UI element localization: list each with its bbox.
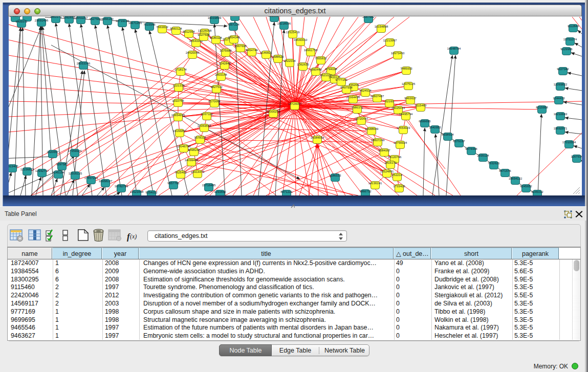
svg-text:10688609: 10688609 bbox=[365, 127, 379, 130]
svg-text:8912954: 8912954 bbox=[183, 30, 195, 33]
svg-text:14495794: 14495794 bbox=[399, 113, 413, 116]
svg-text:17654923: 17654923 bbox=[397, 126, 410, 129]
svg-text:10654122: 10654122 bbox=[509, 177, 522, 180]
svg-text:8215958: 8215958 bbox=[536, 106, 548, 109]
svg-text:8471676: 8471676 bbox=[499, 169, 511, 172]
svg-text:8813054: 8813054 bbox=[268, 16, 280, 17]
svg-text:3578334: 3578334 bbox=[194, 136, 206, 139]
svg-text:6497508: 6497508 bbox=[340, 86, 353, 89]
svg-text:10807487: 10807487 bbox=[371, 95, 384, 98]
svg-text:2718174: 2718174 bbox=[175, 68, 187, 71]
svg-text:6699695: 6699695 bbox=[419, 120, 431, 123]
svg-text:13524861: 13524861 bbox=[380, 170, 394, 173]
svg-text:15692971: 15692971 bbox=[554, 127, 568, 130]
svg-text:9146821: 9146821 bbox=[260, 51, 272, 54]
svg-text:15751074: 15751074 bbox=[563, 38, 577, 41]
svg-text:18724007: 18724007 bbox=[288, 102, 302, 105]
svg-text:19384554: 19384554 bbox=[311, 136, 324, 139]
svg-text:15716485: 15716485 bbox=[202, 184, 216, 187]
svg-text:12093822: 12093822 bbox=[554, 83, 568, 86]
svg-text:24420046: 24420046 bbox=[186, 51, 200, 54]
svg-text:14099489: 14099489 bbox=[185, 159, 199, 162]
svg-text:1167534: 1167534 bbox=[571, 155, 582, 158]
svg-text:9660124: 9660124 bbox=[170, 27, 182, 30]
svg-text:1112843: 1112843 bbox=[568, 25, 579, 28]
svg-text:1293842: 1293842 bbox=[214, 190, 226, 193]
svg-text:10046788: 10046788 bbox=[177, 145, 191, 148]
svg-text:1854346: 1854346 bbox=[228, 36, 240, 39]
svg-text:19166857: 19166857 bbox=[173, 129, 187, 133]
svg-text:9129966: 9129966 bbox=[560, 48, 573, 51]
svg-text:1822034: 1822034 bbox=[284, 59, 296, 62]
svg-text:2687682: 2687682 bbox=[362, 16, 375, 18]
svg-text:9084067: 9084067 bbox=[378, 149, 390, 152]
svg-text:7625402: 7625402 bbox=[175, 171, 187, 174]
svg-text:9463627: 9463627 bbox=[404, 97, 417, 100]
svg-text:9245652: 9245652 bbox=[520, 185, 532, 188]
svg-text:33640910: 33640910 bbox=[294, 38, 308, 41]
svg-text:3375685: 3375685 bbox=[220, 49, 232, 52]
svg-text:9227342: 9227342 bbox=[557, 68, 569, 71]
svg-text:(x): (x) bbox=[130, 233, 137, 240]
svg-text:12975125: 12975125 bbox=[402, 82, 416, 85]
svg-text:7485003: 7485003 bbox=[400, 67, 412, 70]
svg-text:9327505: 9327505 bbox=[198, 33, 210, 36]
svg-text:6794028: 6794028 bbox=[325, 68, 337, 71]
svg-text:16210643: 16210643 bbox=[554, 113, 568, 116]
svg-text:1990443: 1990443 bbox=[310, 68, 322, 71]
svg-text:16120746: 16120746 bbox=[388, 156, 402, 159]
svg-text:7663822: 7663822 bbox=[156, 26, 168, 29]
svg-text:19218506: 19218506 bbox=[277, 22, 291, 25]
svg-text:9657791: 9657791 bbox=[167, 182, 180, 185]
svg-text:13325419: 13325419 bbox=[286, 31, 300, 34]
svg-text:1244413: 1244413 bbox=[553, 97, 565, 100]
svg-text:62160: 62160 bbox=[385, 100, 394, 103]
svg-text:8170064: 8170064 bbox=[208, 100, 221, 103]
svg-text:16033809: 16033809 bbox=[208, 16, 222, 19]
svg-text:10025433: 10025433 bbox=[391, 106, 405, 110]
svg-text:9827512: 9827512 bbox=[210, 85, 223, 89]
svg-text:16961758: 16961758 bbox=[304, 49, 318, 52]
svg-text:2803144: 2803144 bbox=[215, 73, 227, 76]
svg-text:9777169: 9777169 bbox=[335, 78, 347, 81]
svg-text:1362635: 1362635 bbox=[297, 63, 309, 66]
svg-text:3624514: 3624514 bbox=[359, 89, 372, 92]
svg-text:252214: 252214 bbox=[392, 173, 403, 177]
svg-text:3267110: 3267110 bbox=[201, 113, 213, 116]
svg-text:7357224: 7357224 bbox=[227, 23, 239, 26]
svg-text:21364436: 21364436 bbox=[346, 96, 360, 99]
svg-text:8186328: 8186328 bbox=[210, 36, 222, 39]
svg-text:13226058: 13226058 bbox=[198, 29, 212, 32]
svg-text:1588520: 1588520 bbox=[272, 55, 284, 58]
svg-text:6379197: 6379197 bbox=[453, 140, 465, 143]
svg-text:18807249: 18807249 bbox=[371, 139, 385, 142]
svg-text:12353594: 12353594 bbox=[198, 124, 211, 127]
svg-text:7632621: 7632621 bbox=[488, 162, 500, 165]
svg-text:1221338: 1221338 bbox=[172, 84, 185, 87]
svg-text:16914479: 16914479 bbox=[191, 170, 205, 173]
svg-text:17010504: 17010504 bbox=[562, 141, 576, 144]
svg-text:10973493: 10973493 bbox=[391, 52, 405, 55]
svg-text:7986372: 7986372 bbox=[351, 106, 363, 109]
svg-text:8471221: 8471221 bbox=[280, 190, 293, 193]
svg-text:10154808: 10154808 bbox=[375, 25, 388, 28]
svg-text:1186533: 1186533 bbox=[330, 174, 342, 177]
svg-text:14136141: 14136141 bbox=[368, 182, 382, 185]
svg-text:2935114: 2935114 bbox=[477, 154, 490, 157]
svg-text:10654935: 10654935 bbox=[171, 114, 185, 117]
svg-text:18300295: 18300295 bbox=[267, 110, 280, 113]
svg-text:12213967: 12213967 bbox=[383, 39, 397, 42]
svg-text:10756924: 10756924 bbox=[394, 141, 407, 144]
svg-text:1010755: 1010755 bbox=[172, 99, 184, 102]
svg-text:9245012: 9245012 bbox=[531, 190, 543, 193]
svg-text:9474444: 9474444 bbox=[465, 147, 477, 150]
svg-text:1733426: 1733426 bbox=[393, 185, 405, 188]
svg-text:7955812: 7955812 bbox=[315, 57, 327, 60]
svg-text:8938914: 8938914 bbox=[442, 133, 454, 136]
svg-text:15720407: 15720407 bbox=[355, 117, 368, 120]
svg-text:9498242: 9498242 bbox=[188, 148, 200, 151]
svg-text:2242848: 2242848 bbox=[219, 62, 231, 65]
svg-text:1815172: 1815172 bbox=[384, 161, 397, 164]
svg-text:9115460: 9115460 bbox=[415, 104, 427, 107]
svg-text:16648784: 16648784 bbox=[447, 47, 461, 50]
